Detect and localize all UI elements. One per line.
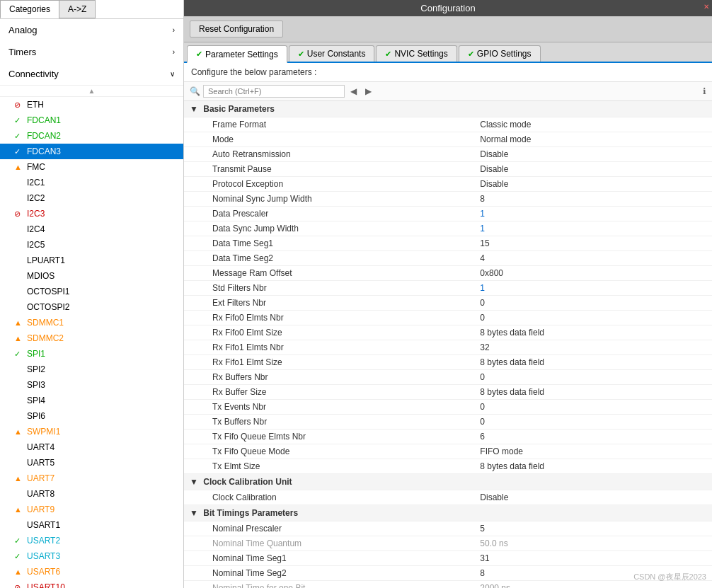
table-row: Rx Fifo1 Elmt Size 8 bytes data field <box>184 355 712 370</box>
section-toggle[interactable]: ▼ <box>190 104 198 114</box>
section-timers-header[interactable]: Timers › <box>0 41 183 63</box>
sidebar-item-usart3[interactable]: ✓ USART3 <box>0 548 183 564</box>
none-icon <box>14 225 24 234</box>
none-icon <box>14 287 24 296</box>
sidebar-item-spi3[interactable]: SPI3 <box>0 377 183 393</box>
table-row: Std Filters Nbr 1 <box>184 281 712 296</box>
warning-icon: ▲ <box>14 505 24 514</box>
table-row: Data Time Seg2 4 <box>184 251 712 266</box>
section-toggle[interactable]: ▼ <box>190 508 198 518</box>
section-basic-parameters: ▼ Basic Parameters <box>184 101 712 117</box>
sidebar-item-eth[interactable]: ⊘ ETH <box>0 97 183 113</box>
sidebar-item-i2c1[interactable]: I2C1 <box>0 175 183 190</box>
check-icon: ✔ <box>385 50 391 59</box>
tab-user-constants[interactable]: ✔ User Constants <box>289 45 375 62</box>
sidebar-item-i2c5[interactable]: I2C5 <box>0 237 183 253</box>
check-icon: ✔ <box>196 50 202 59</box>
disabled-icon: ⊘ <box>14 583 24 589</box>
none-icon <box>14 272 24 280</box>
warning-icon: ▲ <box>14 427 24 436</box>
sidebar-item-spi4[interactable]: SPI4 <box>0 393 183 408</box>
reset-configuration-button[interactable]: Reset Configuration <box>190 21 283 38</box>
section-bit-timings: ▼ Bit Timings Parameters <box>184 505 712 521</box>
tab-parameter-settings[interactable]: ✔ Parameter Settings <box>187 45 287 63</box>
sidebar-item-fdcan3[interactable]: ✓ FDCAN3 <box>0 144 183 159</box>
sidebar-item-sdmmc1[interactable]: ▲ SDMMC1 <box>0 315 183 330</box>
section-timers: Timers › <box>0 41 183 63</box>
section-clock-calibration-unit: ▼ Clock Calibration Unit <box>184 474 712 490</box>
check-icon: ✔ <box>468 50 474 59</box>
table-row: Rx Fifo1 Elmts Nbr 32 <box>184 340 712 355</box>
toolbar: Reset Configuration <box>184 16 712 42</box>
sidebar-item-spi6[interactable]: SPI6 <box>0 408 183 424</box>
table-row: Rx Buffer Size 8 bytes data field <box>184 385 712 400</box>
sidebar-item-i2c3[interactable]: ⊘ I2C3 <box>0 206 183 221</box>
sidebar-item-lpuart1[interactable]: LPUART1 <box>0 253 183 268</box>
table-row: Transmit Pause Disable <box>184 162 712 177</box>
config-header: Configuration ✕ <box>184 0 712 16</box>
table-row: Rx Fifo0 Elmts Nbr 0 <box>184 311 712 325</box>
close-button[interactable]: ✕ <box>704 3 709 11</box>
search-bar: 🔍 ◀ ▶ ℹ <box>184 82 712 101</box>
search-prev-button[interactable]: ◀ <box>348 85 360 98</box>
check-icon: ✔ <box>298 50 304 59</box>
tab-az[interactable]: A->Z <box>59 0 96 18</box>
sidebar-item-uart5[interactable]: UART5 <box>0 455 183 471</box>
warning-icon: ▲ <box>14 318 24 327</box>
table-row: Nominal Time Seg2 8 <box>184 566 712 581</box>
sidebar-item-i2c4[interactable]: I2C4 <box>0 221 183 237</box>
table-row: Data Time Seg1 15 <box>184 236 712 251</box>
disabled-icon: ⊘ <box>14 100 24 110</box>
section-analog-header[interactable]: Analog › <box>0 19 183 41</box>
sidebar-item-usart1[interactable]: USART1 <box>0 517 183 533</box>
sidebar-item-octospi2[interactable]: OCTOSPI2 <box>0 299 183 315</box>
sidebar-item-uart8[interactable]: UART8 <box>0 486 183 502</box>
none-icon <box>14 396 24 405</box>
sidebar-item-fmc[interactable]: ▲ FMC <box>0 159 183 175</box>
sidebar-item-uart7[interactable]: ▲ UART7 <box>0 471 183 486</box>
table-row: Ext Filters Nbr 0 <box>184 296 712 311</box>
sidebar-item-i2c2[interactable]: I2C2 <box>0 190 183 206</box>
none-icon <box>14 365 24 374</box>
sidebar-item-usart2[interactable]: ✓ USART2 <box>0 533 183 548</box>
table-row: Tx Buffers Nbr 0 <box>184 415 712 430</box>
tab-categories[interactable]: Categories <box>0 0 59 18</box>
table-row: Nominal Time for one Bit 2000 ns <box>184 581 712 589</box>
sidebar-item-sdmmc2[interactable]: ▲ SDMMC2 <box>0 330 183 346</box>
sidebar-item-spi2[interactable]: SPI2 <box>0 362 183 377</box>
none-icon <box>14 303 24 311</box>
tabs-bar: ✔ Parameter Settings ✔ User Constants ✔ … <box>184 42 712 63</box>
warning-icon: ▲ <box>14 474 24 483</box>
table-row: Frame Format Classic mode <box>184 117 712 132</box>
none-icon <box>14 521 24 529</box>
watermark: CSDN @夜星辰2023 <box>633 572 706 582</box>
tab-gpio-settings[interactable]: ✔ GPIO Settings <box>459 45 541 62</box>
none-icon <box>14 241 24 249</box>
sidebar-item-spi1[interactable]: ✓ SPI1 <box>0 346 183 362</box>
table-row: Auto Retransmission Disable <box>184 147 712 162</box>
sidebar-item-uart9[interactable]: ▲ UART9 <box>0 502 183 517</box>
section-connectivity-header[interactable]: Connectivity ∨ <box>0 63 183 85</box>
table-row: Protocol Exception Disable <box>184 177 712 192</box>
sidebar-item-usart10[interactable]: ⊘ USART10 <box>0 580 183 588</box>
table-row: Message Ram Offset 0x800 <box>184 266 712 281</box>
enabled-icon: ✓ <box>14 552 24 561</box>
disabled-icon: ⊘ <box>14 209 24 219</box>
warning-icon: ▲ <box>14 567 24 576</box>
sidebar-item-fdcan2[interactable]: ✓ FDCAN2 <box>0 128 183 144</box>
none-icon <box>14 194 24 202</box>
search-next-button[interactable]: ▶ <box>362 85 374 98</box>
sidebar-item-fdcan1[interactable]: ✓ FDCAN1 <box>0 113 183 128</box>
sidebar-item-usart6[interactable]: ▲ USART6 <box>0 564 183 580</box>
sidebar-item-uart4[interactable]: UART4 <box>0 439 183 455</box>
sidebar-item-octospi1[interactable]: OCTOSPI1 <box>0 284 183 299</box>
search-input[interactable] <box>203 85 345 98</box>
sidebar-item-swpmi1[interactable]: ▲ SWPMI1 <box>0 424 183 439</box>
table-row: Nominal Sync Jump Width 8 <box>184 192 712 207</box>
section-toggle[interactable]: ▼ <box>190 477 198 487</box>
sidebar-item-mdios[interactable]: MDIOS <box>0 268 183 284</box>
table-row: Tx Events Nbr 0 <box>184 400 712 415</box>
tab-nvic-settings[interactable]: ✔ NVIC Settings <box>376 45 457 62</box>
enabled-icon: ✓ <box>14 147 24 156</box>
info-icon[interactable]: ℹ <box>703 86 706 96</box>
